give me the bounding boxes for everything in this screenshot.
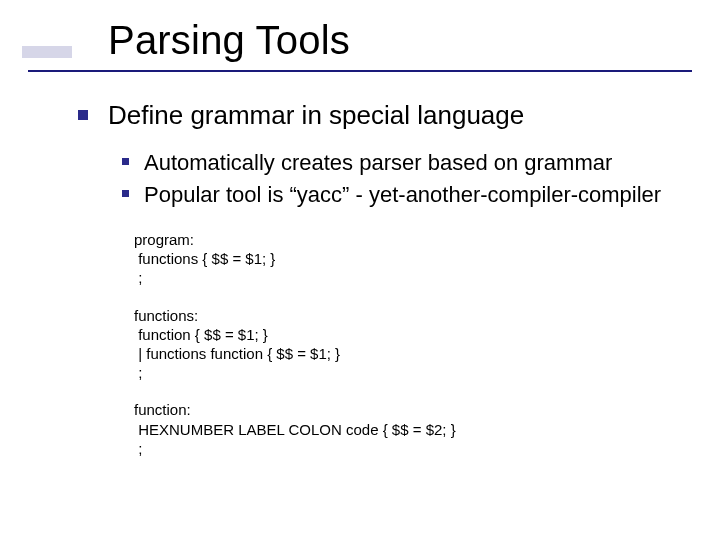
slide-title: Parsing Tools	[108, 18, 350, 63]
code-line: functions:	[134, 306, 688, 325]
bullet-level2: Automatically creates parser based on gr…	[144, 149, 688, 177]
corner-accent	[22, 46, 72, 58]
bullet-level2: Popular tool is “yacc” - yet-another-com…	[144, 181, 688, 209]
code-line: function:	[134, 400, 688, 419]
square-bullet-icon	[78, 110, 88, 120]
code-segment: functions: function { $$ = $1; } | funct…	[134, 306, 688, 383]
title-underline	[28, 70, 692, 72]
code-line: ;	[134, 268, 688, 287]
code-line: functions { $$ = $1; }	[134, 249, 688, 268]
code-line: | functions function { $$ = $1; }	[134, 344, 688, 363]
bullet-level2-text: Popular tool is “yacc” - yet-another-com…	[144, 182, 661, 207]
bullet-level1-text: Define grammar in special language	[108, 100, 524, 130]
square-bullet-icon	[122, 190, 129, 197]
code-line: ;	[134, 363, 688, 382]
code-line: HEXNUMBER LABEL COLON code { $$ = $2; }	[134, 420, 688, 439]
square-bullet-icon	[122, 158, 129, 165]
code-line: ;	[134, 439, 688, 458]
code-line: function { $$ = $1; }	[134, 325, 688, 344]
bullet-level2-text: Automatically creates parser based on gr…	[144, 150, 612, 175]
slide-body: Define grammar in special language Autom…	[108, 100, 688, 476]
code-block: program: functions { $$ = $1; } ; functi…	[134, 230, 688, 458]
code-line: program:	[134, 230, 688, 249]
bullet-level1: Define grammar in special language	[108, 100, 688, 131]
code-segment: function: HEXNUMBER LABEL COLON code { $…	[134, 400, 688, 458]
slide: Parsing Tools Define grammar in special …	[0, 0, 720, 540]
code-segment: program: functions { $$ = $1; } ;	[134, 230, 688, 288]
sub-bullets: Automatically creates parser based on gr…	[144, 149, 688, 208]
